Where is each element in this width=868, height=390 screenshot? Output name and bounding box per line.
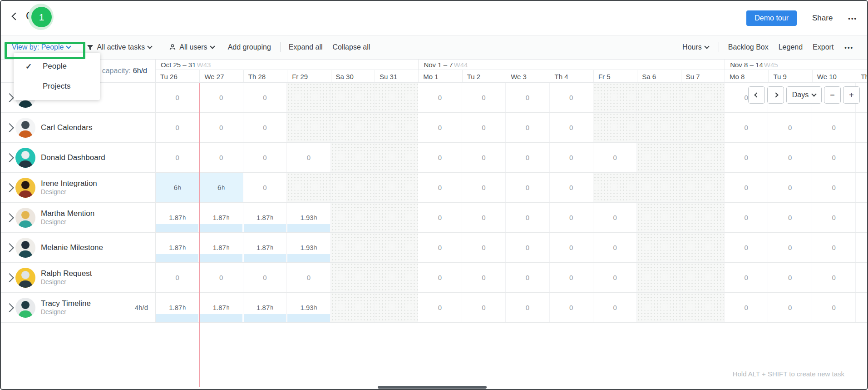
grid-cell[interactable]: 0 [418, 83, 462, 112]
grid-cell[interactable]: 0 [593, 203, 637, 232]
grid-cell[interactable]: 0 [812, 293, 856, 322]
grid-cell[interactable] [331, 203, 375, 232]
grid-cell[interactable]: 0 [156, 113, 199, 142]
grid-cell[interactable]: 0 [812, 143, 856, 172]
grid-cell[interactable]: 0 [550, 173, 593, 202]
grid-cell[interactable]: 6h [199, 173, 243, 202]
grid-cell[interactable]: 0 [418, 113, 462, 142]
export-button[interactable]: Export [813, 43, 833, 51]
grid-cell[interactable]: 0 [462, 143, 506, 172]
grid-cell[interactable] [681, 293, 725, 322]
grid-cell[interactable]: 0 [768, 143, 812, 172]
grid-cell[interactable]: 1.87h [156, 233, 199, 262]
grid-cell[interactable] [681, 143, 725, 172]
grid-cell[interactable] [287, 83, 330, 112]
add-grouping-button[interactable]: Add grouping [228, 43, 271, 51]
grid-cell[interactable]: 0 [725, 173, 768, 202]
grid-cell[interactable]: 0 [156, 263, 199, 292]
row-expand-chevron-icon[interactable] [5, 273, 14, 282]
horizontal-scrollbar[interactable] [378, 386, 487, 389]
grid-cell[interactable] [681, 113, 725, 142]
grid-cell[interactable]: 0 [287, 263, 330, 292]
grid-cell[interactable]: 1.87h [243, 233, 287, 262]
grid-cell[interactable]: 0 [550, 143, 593, 172]
grid-cell[interactable]: 0 [462, 173, 506, 202]
grid-cell[interactable]: 0 [550, 83, 593, 112]
grid-cell[interactable] [331, 173, 375, 202]
grid-cell[interactable]: 0 [812, 203, 856, 232]
row-expand-chevron-icon[interactable] [5, 303, 14, 312]
grid-cell[interactable] [637, 203, 681, 232]
grid-cell[interactable] [637, 113, 681, 142]
grid-cell[interactable] [331, 263, 375, 292]
grid-cell[interactable] [856, 233, 867, 262]
grid-cell[interactable] [375, 113, 418, 142]
row-expand-chevron-icon[interactable] [5, 183, 14, 192]
grid-cell[interactable]: 0 [593, 293, 637, 322]
grid-cell[interactable]: 0 [550, 233, 593, 262]
expand-all-button[interactable]: Expand all [289, 43, 323, 51]
grid-cell[interactable]: 0 [243, 113, 287, 142]
grid-cell[interactable]: 0 [725, 233, 768, 262]
grid-cell[interactable]: 0 [462, 233, 506, 262]
grid-cell[interactable]: 0 [506, 83, 549, 112]
grid-cell[interactable] [331, 113, 375, 142]
grid-cell[interactable]: 0 [287, 143, 330, 172]
grid-cell[interactable]: 0 [768, 263, 812, 292]
grid-cell[interactable] [375, 83, 418, 112]
grid-cell[interactable] [856, 293, 867, 322]
grid-cell[interactable]: 0 [506, 143, 549, 172]
grid-cell[interactable]: 0 [462, 263, 506, 292]
grid-cell[interactable]: 0 [243, 83, 287, 112]
grid-cell[interactable]: 0 [418, 263, 462, 292]
grid-cell[interactable] [637, 143, 681, 172]
zoom-in-button[interactable]: + [843, 86, 860, 104]
grid-cell[interactable]: 0 [506, 263, 549, 292]
grid-cell[interactable] [637, 233, 681, 262]
grid-cell[interactable]: 0 [812, 113, 856, 142]
grid-cell[interactable] [681, 173, 725, 202]
grid-cell[interactable]: 0 [418, 293, 462, 322]
grid-cell[interactable] [287, 173, 330, 202]
share-button[interactable]: Share [812, 14, 833, 23]
grid-cell[interactable]: 0 [418, 143, 462, 172]
grid-cell[interactable] [331, 293, 375, 322]
grid-cell[interactable]: 1.87h [243, 203, 287, 232]
grid-cell[interactable]: 0 [156, 143, 199, 172]
unit-dropdown[interactable]: Hours [682, 43, 709, 51]
grid-cell[interactable] [637, 293, 681, 322]
grid-cell[interactable] [856, 173, 867, 202]
grid-cell[interactable]: 0 [462, 83, 506, 112]
grid-cell[interactable]: 0 [418, 173, 462, 202]
grid-cell[interactable] [856, 263, 867, 292]
row-expand-chevron-icon[interactable] [5, 243, 14, 252]
grid-cell[interactable] [637, 263, 681, 292]
grid-cell[interactable]: 1.87h [199, 233, 243, 262]
grid-cell[interactable]: 0 [812, 263, 856, 292]
grid-cell[interactable]: 1.87h [243, 293, 287, 322]
grid-cell[interactable]: 0 [243, 173, 287, 202]
tasks-filter-dropdown[interactable]: All active tasks [87, 43, 152, 51]
grid-cell[interactable]: 6h [156, 173, 199, 202]
grid-cell[interactable] [593, 173, 637, 202]
grid-cell[interactable]: 0 [550, 263, 593, 292]
grid-cell[interactable]: 0 [243, 143, 287, 172]
menu-item-projects[interactable]: Projects [14, 76, 100, 96]
grid-cell[interactable]: 0 [725, 263, 768, 292]
toolbar-more-button[interactable]: ••• [844, 44, 853, 51]
grid-cell[interactable] [637, 83, 681, 112]
grid-cell[interactable]: 1.87h [156, 203, 199, 232]
timeline-next-button[interactable] [767, 86, 784, 104]
grid-cell[interactable] [331, 233, 375, 262]
grid-cell[interactable] [681, 203, 725, 232]
back-button[interactable] [13, 13, 24, 24]
grid-cell[interactable] [681, 263, 725, 292]
grid-cell[interactable]: 0 [199, 263, 243, 292]
grid-cell[interactable]: 0 [768, 233, 812, 262]
collapse-all-button[interactable]: Collapse all [333, 43, 370, 51]
grid-cell[interactable]: 0 [462, 293, 506, 322]
grid-cell[interactable] [375, 293, 418, 322]
grid-cell[interactable]: 0 [812, 173, 856, 202]
grid-cell[interactable]: 1.87h [199, 293, 243, 322]
grid-cell[interactable]: 0 [506, 113, 549, 142]
